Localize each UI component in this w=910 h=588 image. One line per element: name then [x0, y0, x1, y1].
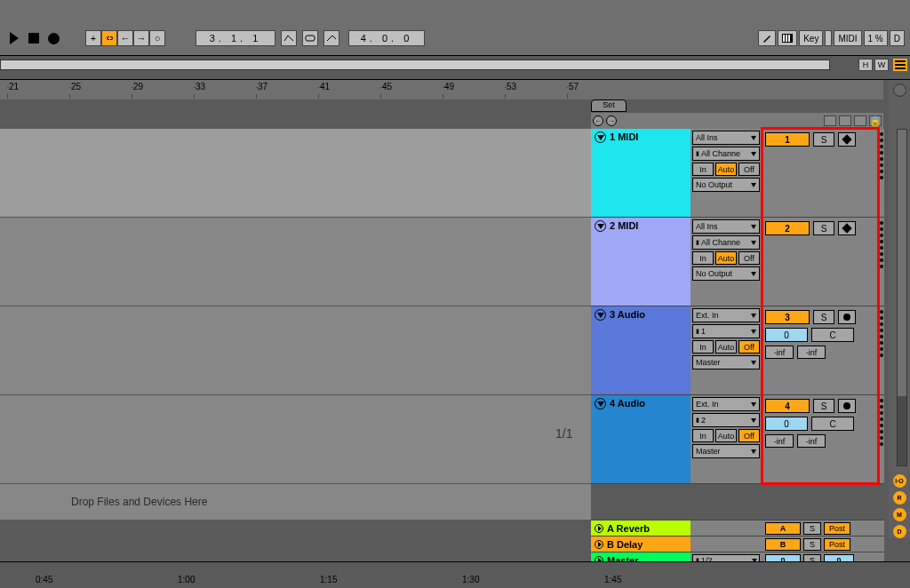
d-button[interactable]: D: [890, 30, 905, 46]
arrow-left-button[interactable]: ←: [117, 30, 133, 46]
solo-button[interactable]: S: [803, 522, 821, 535]
position-display[interactable]: 3. 1. 1: [196, 30, 275, 46]
arrangement-lane[interactable]: [0, 395, 591, 484]
track-color-area[interactable]: [591, 234, 690, 306]
loop-toggle[interactable]: [302, 30, 318, 46]
lock-button[interactable]: 🔒: [869, 115, 882, 126]
arm-button[interactable]: [838, 399, 856, 413]
r-section-toggle[interactable]: R: [893, 491, 906, 505]
monitor-in[interactable]: In: [692, 340, 714, 354]
w-button[interactable]: W: [874, 59, 889, 71]
return-name[interactable]: A Reverb: [591, 520, 690, 536]
pan-knob[interactable]: C: [811, 417, 854, 431]
groove-pool-icon[interactable]: [893, 83, 906, 97]
fwd-button[interactable]: →: [606, 115, 617, 126]
m-section-toggle[interactable]: M: [893, 508, 906, 521]
draw-mode-button[interactable]: [758, 30, 776, 46]
fold-icon[interactable]: [595, 540, 603, 549]
back-button[interactable]: ←: [593, 115, 603, 126]
input-type-select[interactable]: Ext. In: [692, 308, 760, 322]
keyboard-icon[interactable]: [778, 30, 797, 46]
monitor-auto[interactable]: Auto: [715, 429, 737, 442]
return-activator[interactable]: B: [765, 538, 801, 551]
vol-display[interactable]: -inf: [765, 434, 794, 448]
output-select[interactable]: No Output: [692, 178, 760, 192]
solo-button[interactable]: S: [813, 399, 834, 413]
record-button[interactable]: [46, 31, 60, 45]
fold-toggle[interactable]: [595, 131, 606, 143]
input-channel-select[interactable]: ▮All Channe: [692, 147, 760, 161]
output-select[interactable]: Master: [692, 355, 760, 369]
arm-button[interactable]: [838, 132, 856, 147]
input-type-select[interactable]: Ext. In: [692, 397, 760, 411]
automation-toggle[interactable]: [281, 30, 297, 46]
input-type-select[interactable]: All Ins: [692, 131, 760, 145]
arm-button[interactable]: [838, 310, 856, 324]
return-name[interactable]: B Delay: [591, 536, 690, 552]
input-channel-select[interactable]: ▮2: [692, 413, 760, 427]
fold-icon[interactable]: [595, 524, 603, 533]
send-knob[interactable]: 0: [765, 417, 808, 431]
arrangement-lane[interactable]: [0, 129, 591, 218]
track-activator[interactable]: 2: [765, 221, 810, 235]
arrangement-lane[interactable]: [0, 306, 591, 395]
track-color-area[interactable]: [591, 145, 690, 217]
mode-button-3[interactable]: [854, 115, 866, 126]
monitor-in[interactable]: In: [692, 251, 714, 265]
post-button[interactable]: Post: [824, 522, 850, 535]
input-type-select[interactable]: All Ins: [692, 219, 760, 234]
pan-knob[interactable]: C: [811, 328, 854, 342]
monitor-in[interactable]: In: [692, 163, 714, 176]
fold-toggle[interactable]: [595, 220, 606, 232]
fold-toggle[interactable]: [595, 398, 606, 409]
arm-button[interactable]: [838, 221, 856, 235]
output-select[interactable]: Master: [692, 444, 760, 458]
track-name[interactable]: 3 Audio: [610, 309, 645, 320]
solo-button[interactable]: S: [813, 221, 834, 235]
monitor-in[interactable]: In: [692, 429, 714, 442]
track-color-area[interactable]: [591, 322, 690, 394]
stop-button[interactable]: [27, 31, 41, 45]
monitor-auto[interactable]: Auto: [715, 340, 737, 354]
vol-display[interactable]: -inf: [765, 346, 794, 359]
key-map-button[interactable]: Key: [799, 30, 823, 46]
play-button[interactable]: [7, 31, 21, 45]
menu-icon[interactable]: [893, 59, 907, 71]
io-section-toggle[interactable]: I·O: [893, 474, 906, 488]
monitor-off[interactable]: Off: [738, 163, 760, 176]
input-channel-select[interactable]: ▮All Channe: [692, 235, 760, 250]
mode-button-2[interactable]: [839, 115, 851, 126]
h-button[interactable]: H: [858, 59, 873, 71]
track-name[interactable]: 2 MIDI: [610, 220, 638, 231]
arrangement-lane[interactable]: [0, 218, 591, 306]
beat-ruler[interactable]: ·21·25·29·33·37·41·45·49·53·57: [0, 80, 883, 99]
send-knob[interactable]: 0: [765, 328, 808, 342]
plus-button[interactable]: +: [85, 30, 101, 46]
track-activator[interactable]: 1: [765, 132, 810, 147]
link-button[interactable]: [101, 30, 117, 46]
monitor-auto[interactable]: Auto: [715, 163, 737, 176]
track-activator[interactable]: 3: [765, 310, 810, 324]
fold-toggle[interactable]: [595, 309, 606, 321]
solo-button[interactable]: S: [813, 132, 834, 147]
punch-toggle[interactable]: [323, 30, 339, 46]
monitor-off[interactable]: Off: [738, 340, 760, 354]
monitor-off[interactable]: Off: [738, 429, 760, 442]
return-activator[interactable]: A: [765, 522, 801, 535]
time-ruler[interactable]: 0:451:001:151:301:45: [0, 561, 910, 588]
overview-strip[interactable]: H W: [0, 55, 910, 80]
d-section-toggle[interactable]: D: [893, 525, 906, 538]
output-select[interactable]: No Output: [692, 266, 760, 281]
post-button[interactable]: Post: [824, 538, 850, 551]
mode-button-1[interactable]: [824, 115, 836, 126]
solo-button[interactable]: S: [813, 310, 834, 324]
track-color-area[interactable]: [591, 411, 690, 483]
track-activator[interactable]: 4: [765, 399, 810, 413]
track-name[interactable]: 1 MIDI: [610, 131, 638, 142]
monitor-auto[interactable]: Auto: [715, 251, 737, 265]
drop-zone[interactable]: Drop Files and Devices Here: [0, 484, 591, 520]
monitor-off[interactable]: Off: [738, 251, 760, 265]
input-channel-select[interactable]: ▮1: [692, 324, 760, 338]
midi-map-button[interactable]: MIDI: [834, 30, 861, 46]
arrow-right-button[interactable]: →: [133, 30, 149, 46]
